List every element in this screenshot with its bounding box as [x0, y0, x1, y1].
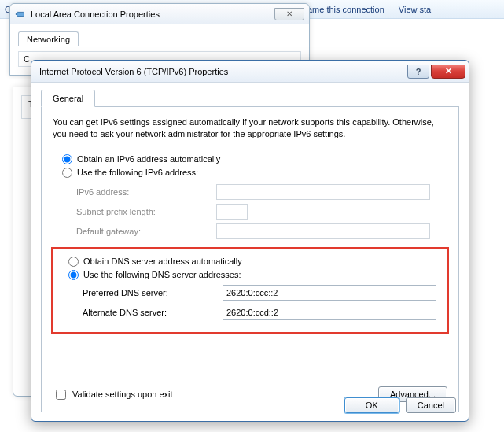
input-default-gateway [216, 223, 430, 239]
radio-obtain-auto-address-label: Obtain an IPv6 address automatically [77, 154, 220, 164]
ipv6-titlebar: Internet Protocol Version 6 (TCP/IPv6) P… [31, 61, 469, 83]
close-button[interactable]: ✕ [431, 65, 465, 79]
svg-rect-1 [16, 13, 17, 15]
label-validate-settings: Validate settings upon exit [72, 390, 173, 399]
input-subnet-prefix [216, 204, 248, 220]
input-ipv6-address [216, 184, 430, 200]
ipv6-properties-dialog: Internet Protocol Version 6 (TCP/IPv6) P… [31, 60, 469, 422]
ipv6-title: Internet Protocol Version 6 (TCP/IPv6) P… [39, 67, 228, 76]
fragment-text: C [24, 54, 30, 64]
tab-general[interactable]: General [41, 90, 95, 107]
help-button[interactable]: ? [407, 65, 429, 79]
local-title: Local Area Connection Properties [31, 9, 160, 19]
radio-use-following-address[interactable] [62, 168, 72, 178]
input-alternate-dns[interactable] [223, 305, 436, 320]
toolbar-view-status[interactable]: View sta [399, 5, 431, 14]
checkbox-validate-settings[interactable] [56, 390, 66, 400]
label-default-gateway: Default gateway: [76, 227, 216, 236]
radio-obtain-auto-address[interactable] [62, 154, 72, 164]
radio-use-following-dns-label: Use the following DNS server addresses: [83, 270, 241, 279]
intro-text: You can get IPv6 settings assigned autom… [53, 116, 447, 140]
network-adapter-icon [15, 9, 26, 20]
general-tab-panel: You can get IPv6 settings assigned autom… [41, 107, 459, 412]
radio-obtain-dns-auto-label: Obtain DNS server address automatically [83, 257, 242, 266]
radio-use-following-dns[interactable] [68, 270, 79, 280]
radio-obtain-dns-auto[interactable] [68, 257, 79, 267]
radio-use-following-address-label: Use the following IPv6 address: [77, 168, 198, 177]
cancel-button[interactable]: Cancel [406, 397, 456, 413]
svg-rect-0 [17, 12, 24, 16]
close-icon[interactable]: ✕ [274, 8, 304, 20]
dns-highlight-box: Obtain DNS server address automatically … [51, 247, 449, 334]
label-preferred-dns: Preferred DNS server: [83, 288, 223, 297]
ok-button[interactable]: OK [344, 397, 399, 413]
tab-networking[interactable]: Networking [18, 31, 79, 46]
label-ipv6-address: IPv6 address: [76, 187, 216, 197]
label-subnet-prefix: Subnet prefix length: [76, 207, 216, 216]
label-alternate-dns: Alternate DNS server: [83, 308, 223, 317]
local-titlebar: Local Area Connection Properties ✕ [10, 4, 309, 24]
input-preferred-dns[interactable] [223, 285, 436, 301]
